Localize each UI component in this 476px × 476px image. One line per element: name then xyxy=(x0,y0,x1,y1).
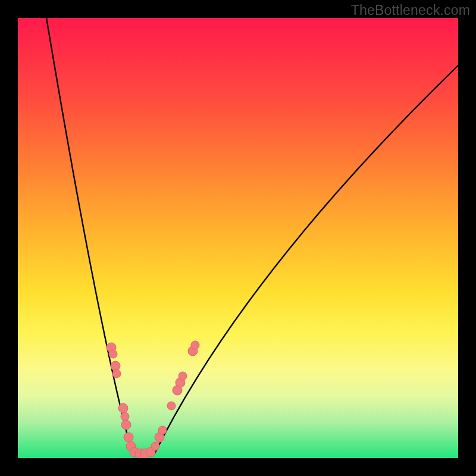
data-markers xyxy=(107,341,199,458)
data-marker xyxy=(167,402,176,410)
data-marker xyxy=(151,442,159,450)
curve-path xyxy=(46,18,458,453)
watermark-text: TheBottleneck.com xyxy=(351,2,470,18)
data-marker xyxy=(121,412,129,421)
data-marker xyxy=(178,372,187,380)
data-marker xyxy=(191,341,199,349)
data-marker xyxy=(158,426,167,434)
data-marker xyxy=(109,350,117,358)
bottleneck-curve xyxy=(18,18,458,458)
data-marker xyxy=(112,369,121,378)
chart-frame: TheBottleneck.com xyxy=(0,0,476,476)
data-marker xyxy=(124,433,133,442)
data-marker xyxy=(111,361,120,371)
data-marker xyxy=(121,420,131,430)
data-marker xyxy=(118,403,128,413)
plot-area xyxy=(18,18,458,458)
